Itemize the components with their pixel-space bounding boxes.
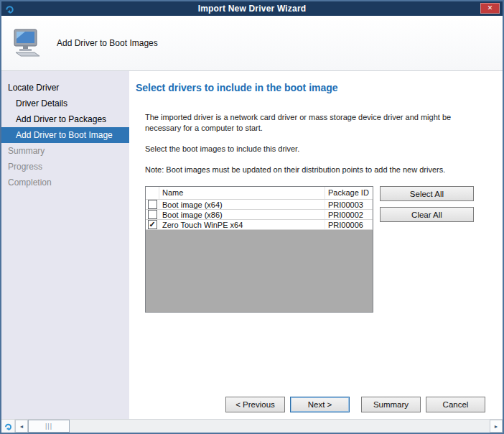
instruction-text-2: Select the boot images to include this d… [145, 144, 485, 154]
column-header-package-id[interactable]: Package ID [325, 187, 373, 199]
titlebar: Import New Driver Wizard ✕ [1, 1, 503, 16]
cancel-button[interactable]: Cancel [426, 397, 485, 412]
sidebar-item-add-driver-to-boot-image[interactable]: Add Driver to Boot Image [1, 127, 129, 143]
page-title: Select drivers to include in the boot im… [136, 82, 503, 93]
horizontal-scrollbar-track[interactable] [70, 420, 490, 433]
boot-image-checkbox[interactable]: ✓ [148, 220, 157, 229]
next-button[interactable]: Next > [290, 397, 350, 412]
checkbox-cell: ✓ [146, 220, 159, 229]
horizontal-scrollbar-thumb[interactable]: ||| [28, 420, 70, 433]
corner-app-icon [1, 420, 15, 433]
boot-image-checkbox[interactable] [148, 200, 157, 209]
checkbox-column-header [146, 187, 159, 199]
cell-package-id: PRI00002 [325, 210, 373, 219]
wizard-steps-sidebar: Locate DriverDriver DetailsAdd Driver to… [1, 71, 129, 419]
boot-image-checkbox[interactable] [148, 210, 157, 219]
wizard-app-icon [5, 4, 14, 14]
cell-name: Boot image (x64) [159, 200, 325, 209]
scroll-left-arrow[interactable]: ◄ [15, 420, 28, 433]
column-header-name[interactable]: Name [159, 187, 325, 199]
previous-button[interactable]: < Previous [225, 397, 285, 412]
summary-button[interactable]: Summary [361, 397, 421, 412]
cell-package-id: PRI00003 [325, 200, 373, 209]
cell-package-id: PRI00006 [325, 220, 373, 229]
table-row-boot-image-x86[interactable]: Boot image (x86)PRI00002 [146, 210, 373, 220]
wizard-body: Locate DriverDriver DetailsAdd Driver to… [1, 71, 503, 419]
instruction-text-3: Note: Boot images must be updated on the… [145, 165, 485, 175]
checkbox-cell [146, 210, 159, 219]
instruction-text-1: The imported driver is a network card dr… [145, 112, 485, 134]
boot-images-table: Name Package ID Boot image (x64)PRI00003… [145, 186, 373, 313]
window-title: Import New Driver Wizard [1, 4, 503, 14]
import-new-driver-wizard-window: Import New Driver Wizard ✕ Add Driver to… [0, 0, 504, 434]
select-all-button[interactable]: Select All [380, 186, 474, 201]
table-row-boot-image-x64[interactable]: Boot image (x64)PRI00003 [146, 200, 373, 210]
table-empty-area [146, 230, 373, 312]
instructions-block: The imported driver is a network card dr… [145, 112, 485, 175]
wizard-navigation-buttons: < PreviousNext >SummaryCancel [220, 397, 485, 412]
scroll-right-arrow[interactable]: ► [490, 420, 503, 433]
checkbox-cell [146, 200, 159, 209]
computer-icon [11, 29, 44, 57]
sidebar-item-progress[interactable]: Progress [1, 159, 129, 175]
selection-buttons: Select AllClear All [380, 186, 474, 313]
close-button[interactable]: ✕ [480, 3, 500, 14]
table-header: Name Package ID [146, 187, 373, 200]
bottom-scrollbar-strip: ◄ ||| ► [1, 419, 503, 433]
wizard-header: Add Driver to Boot Images [1, 16, 503, 71]
sidebar-item-summary[interactable]: Summary [1, 143, 129, 159]
header-title: Add Driver to Boot Images [57, 38, 158, 48]
sidebar-item-completion[interactable]: Completion [1, 175, 129, 190]
table-rows: Boot image (x64)PRI00003Boot image (x86)… [146, 200, 373, 230]
table-row-zero-touch-winpe-x64[interactable]: ✓Zero Touch WinPE x64PRI00006 [146, 220, 373, 230]
wizard-page: Select drivers to include in the boot im… [129, 71, 503, 419]
sidebar-item-locate-driver[interactable]: Locate Driver [1, 80, 129, 96]
sidebar-item-driver-details[interactable]: Driver Details [1, 96, 129, 111]
cell-name: Boot image (x86) [159, 210, 325, 219]
clear-all-button[interactable]: Clear All [380, 207, 474, 222]
sidebar-item-add-driver-to-packages[interactable]: Add Driver to Packages [1, 111, 129, 127]
boot-images-area: Name Package ID Boot image (x64)PRI00003… [145, 186, 503, 313]
cell-name: Zero Touch WinPE x64 [159, 220, 325, 229]
